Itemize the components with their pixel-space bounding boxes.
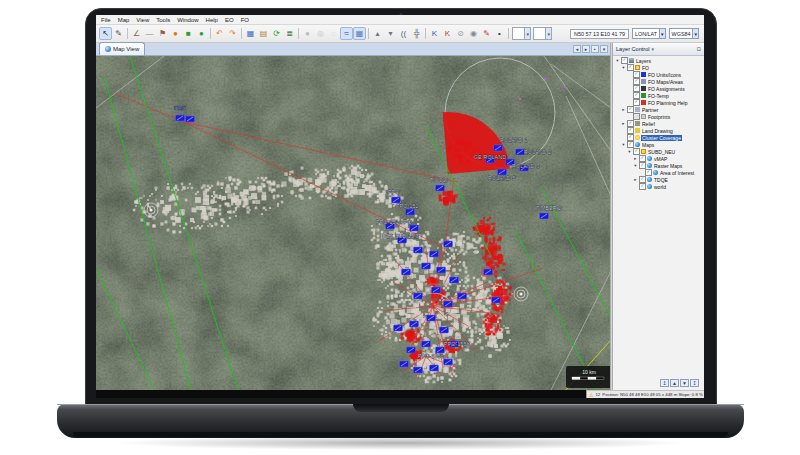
chevron-down-icon[interactable]: ▾ xyxy=(524,28,530,39)
unit-symbol[interactable] xyxy=(540,213,549,219)
unit-symbol[interactable] xyxy=(176,115,185,121)
coverage-grid-icon[interactable]: ▦ xyxy=(353,27,366,40)
unit-symbol[interactable] xyxy=(410,321,419,327)
layer-checkbox[interactable]: ✓ xyxy=(645,169,652,176)
layer-row-subd-neu[interactable]: ▾✓SUBD_NEU xyxy=(613,148,704,155)
unit-symbol[interactable] xyxy=(402,269,411,275)
unit-symbol[interactable] xyxy=(444,241,453,247)
layer-checkbox[interactable]: ✓ xyxy=(627,141,634,148)
layer-row-footprints[interactable]: Footprints xyxy=(613,113,704,120)
layer-checkbox[interactable]: ✓ xyxy=(639,162,646,169)
layer-row-area-of-interest[interactable]: ✓Area of Interest xyxy=(613,169,704,176)
layer-top-icon[interactable]: ↥ xyxy=(660,379,669,387)
map-canvas[interactable]: CRCROLAND 1ROLAND 2ROLAND 3GE ROLANDROLA… xyxy=(96,56,610,390)
unit-symbol[interactable] xyxy=(484,269,493,275)
layer-row-fo-maps-areas[interactable]: ✓FO Maps/Areas xyxy=(613,78,704,85)
layer-row-fo-units-icons[interactable]: ✓FO Units/Icons xyxy=(613,71,704,78)
layer-up-icon[interactable]: ▲ xyxy=(670,379,679,387)
layer-checkbox[interactable]: ✓ xyxy=(639,183,646,190)
tab-map-view[interactable]: Map View xyxy=(99,42,145,55)
tree-expander-icon[interactable]: ▾ xyxy=(627,149,632,154)
pin-icon[interactable]: ⊡ xyxy=(696,46,701,52)
undo-icon[interactable]: ↶ xyxy=(213,27,226,40)
layer-checkbox[interactable]: ✓ xyxy=(627,106,634,113)
unit-symbol[interactable] xyxy=(436,185,445,191)
layer-checkbox[interactable]: ✓ xyxy=(627,127,634,134)
dock-left-icon[interactable]: ◂ xyxy=(573,45,581,53)
menu-fo[interactable]: FO xyxy=(241,17,249,23)
gallery-icon[interactable]: ▤ xyxy=(257,27,270,40)
green-area-icon[interactable]: ■ xyxy=(182,27,195,40)
layer-row-land-drawing[interactable]: ✓Land Drawing xyxy=(613,127,704,134)
layer-checkbox[interactable]: ✓ xyxy=(621,57,628,64)
calendar-icon[interactable]: ▦ xyxy=(244,27,257,40)
layer-checkbox[interactable]: ✓ xyxy=(633,148,640,155)
layer-row-relief[interactable]: ▸✓Relief xyxy=(613,120,704,127)
unit-symbol[interactable] xyxy=(186,116,195,122)
map-view[interactable]: CRCROLAND 1ROLAND 2ROLAND 3GE ROLANDROLA… xyxy=(96,56,610,390)
layer-row-tdqe[interactable]: ▸✓TDQE xyxy=(613,176,704,183)
layer-checkbox[interactable]: ✓ xyxy=(633,78,640,85)
style-select[interactable]: ▾ xyxy=(512,27,531,40)
layer-row-fo-assignments[interactable]: ✓FO Assignments xyxy=(613,85,704,92)
menu-map[interactable]: Map xyxy=(118,17,130,23)
menu-view[interactable]: View xyxy=(136,17,149,23)
unit-symbol[interactable] xyxy=(444,359,453,365)
measure-tool-icon[interactable]: ∠ xyxy=(130,27,143,40)
unit-symbol[interactable] xyxy=(458,293,467,299)
layer-checkbox[interactable]: ✓ xyxy=(633,99,640,106)
tree-expander-icon[interactable]: ▸ xyxy=(633,177,638,182)
chevron-down-icon[interactable]: ▾ xyxy=(692,29,698,38)
menu-help[interactable]: Help xyxy=(206,17,218,23)
layer-checkbox[interactable]: ✓ xyxy=(627,120,634,127)
unit-symbol[interactable] xyxy=(430,365,439,371)
unit-symbol[interactable] xyxy=(400,361,409,367)
layer-checkbox[interactable]: ✓ xyxy=(639,176,646,183)
layer-checkbox[interactable]: ✓ xyxy=(627,134,634,141)
tree-expander-icon[interactable]: ▾ xyxy=(621,65,626,70)
layer-checkbox[interactable] xyxy=(633,113,640,120)
tree-expander-icon[interactable]: ▾ xyxy=(621,142,626,147)
unit-symbol[interactable] xyxy=(437,267,446,273)
search-icon[interactable]: ● xyxy=(301,27,314,40)
org-chart-icon[interactable]: ╬ xyxy=(410,27,423,40)
layer-checkbox[interactable]: ✓ xyxy=(639,155,646,162)
layer-checkbox[interactable]: ✓ xyxy=(627,64,634,71)
unit-symbol[interactable] xyxy=(422,341,431,347)
unit-symbol[interactable] xyxy=(414,293,423,299)
layer-row-world[interactable]: ✓world xyxy=(613,183,704,190)
layer-row-cluster-coverage[interactable]: ✓Cluster Coverage xyxy=(613,134,704,141)
signal-icon[interactable]: (( xyxy=(397,27,410,40)
layer-stack-icon[interactable]: ≣ xyxy=(283,27,296,40)
unit-walk-red-icon[interactable]: K xyxy=(441,27,454,40)
layer-checkbox[interactable]: ✓ xyxy=(633,85,640,92)
unit-symbol[interactable] xyxy=(414,247,423,253)
redo-icon[interactable]: ↷ xyxy=(226,27,239,40)
coord-format-select[interactable]: LON/LAT ▾ xyxy=(632,28,666,39)
layer-raise-icon[interactable]: ▴ xyxy=(371,27,384,40)
dock-float-icon[interactable]: ▪ xyxy=(591,45,599,53)
unit-symbol[interactable] xyxy=(410,225,419,231)
tree-expander-icon[interactable]: ▸ xyxy=(621,121,626,126)
unit-symbol[interactable] xyxy=(406,209,415,215)
dot-tool-icon[interactable]: • xyxy=(493,27,506,40)
globe-tool-icon[interactable]: ◉ xyxy=(467,27,480,40)
unit-symbol[interactable] xyxy=(440,327,449,333)
layer-row-vmap[interactable]: ▸✓vMAP xyxy=(613,155,704,162)
unit-symbol[interactable] xyxy=(450,277,459,283)
select-tool-icon[interactable]: ↖ xyxy=(99,27,112,40)
unit-symbol[interactable] xyxy=(444,301,453,307)
scale-select[interactable]: ▾ xyxy=(533,27,552,40)
tree-expander-icon[interactable]: ▸ xyxy=(633,156,638,161)
layer-row-partner[interactable]: ▸✓Partner xyxy=(613,106,704,113)
tree-expander-icon[interactable]: ▸ xyxy=(621,107,626,112)
tree-expander-icon[interactable]: ▾ xyxy=(615,58,620,63)
line-tool-icon[interactable]: — xyxy=(143,27,156,40)
refresh-icon[interactable]: ⟳ xyxy=(270,27,283,40)
layer-row-fo-temp[interactable]: ✓FO-Temp xyxy=(613,92,704,99)
dock-right-icon[interactable]: ▸ xyxy=(582,45,590,53)
green-point-icon[interactable]: ● xyxy=(195,27,208,40)
chevron-down-icon[interactable]: ▾ xyxy=(545,28,551,39)
menu-file[interactable]: File xyxy=(101,17,111,23)
unit-symbol[interactable] xyxy=(427,315,436,321)
